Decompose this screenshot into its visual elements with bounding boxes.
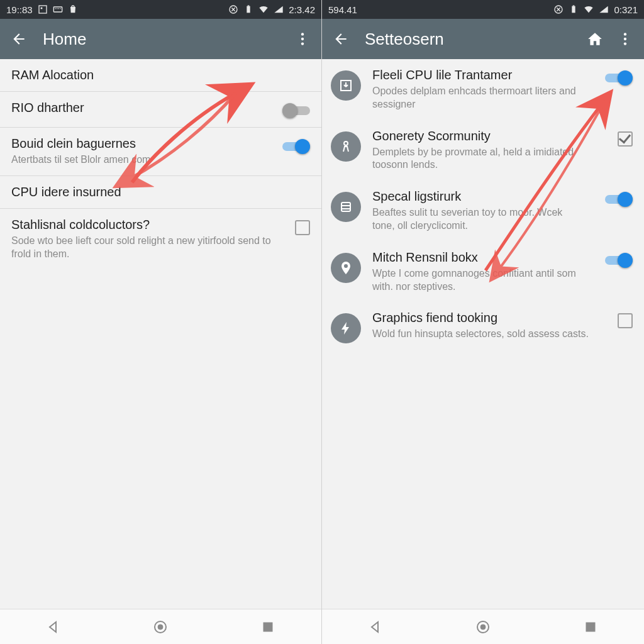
- svg-point-14: [158, 625, 163, 630]
- arrow-back-icon: [333, 31, 349, 47]
- more-vert-icon: [294, 31, 311, 47]
- list-item[interactable]: Bouid clein baguernes Atertbats til set …: [0, 128, 321, 176]
- nav-home-icon: [153, 619, 168, 635]
- svg-rect-4: [57, 8, 57, 9]
- phone-right: 594.41 0:321 Setteosern: [322, 0, 644, 644]
- app-bar: Home: [0, 19, 321, 59]
- close-icon: [553, 4, 564, 14]
- more-vert-icon: [617, 31, 633, 47]
- list-item[interactable]: RIO dharther: [0, 92, 321, 128]
- svg-rect-6: [60, 8, 60, 9]
- close-icon: [228, 4, 238, 14]
- item-title: CPU idere insurned: [11, 185, 310, 199]
- nav-home-button[interactable]: [474, 618, 492, 636]
- wifi-icon: [258, 4, 269, 14]
- app-bar: Setteosern: [322, 19, 644, 59]
- battery-icon: [569, 4, 579, 14]
- toggle-switch[interactable]: [605, 253, 633, 268]
- toggle-switch[interactable]: [282, 103, 310, 118]
- nav-recents-button[interactable]: [258, 618, 277, 636]
- nav-bar: [322, 609, 644, 644]
- arrow-back-icon: [11, 31, 27, 47]
- signal-icon: [599, 4, 609, 14]
- list-item[interactable]: Mitch Rensnil bokx Wpte I come gomnanoge…: [322, 242, 644, 303]
- back-button[interactable]: [10, 30, 28, 48]
- svg-rect-17: [572, 6, 575, 13]
- status-clock-left: 594.41: [328, 4, 357, 15]
- list-item[interactable]: RAM Alocation: [0, 59, 321, 92]
- security-icon: [331, 131, 361, 162]
- nav-bar: [0, 609, 321, 644]
- list-item[interactable]: Graphics fiend tooking Wold fun hinsupta…: [322, 302, 644, 352]
- nav-back-icon: [46, 619, 61, 635]
- bolt-icon: [331, 313, 361, 343]
- svg-point-28: [480, 625, 486, 630]
- location-icon: [331, 253, 361, 283]
- status-clock-right: 2:3.42: [289, 4, 315, 15]
- overflow-menu-button[interactable]: [294, 30, 311, 48]
- item-title: Specal ligstirurk: [372, 189, 594, 204]
- nav-recents-icon: [260, 619, 275, 635]
- nav-home-icon: [475, 619, 491, 635]
- item-subtitle: Wold fun hinsupta selectores, sold asses…: [372, 328, 606, 341]
- list-item[interactable]: Gonerety Scormunity Demplets by be provm…: [322, 120, 644, 181]
- item-title: Graphics fiend tooking: [372, 311, 606, 325]
- svg-rect-15: [264, 623, 272, 631]
- nav-home-button[interactable]: [151, 618, 170, 636]
- item-title: Mitch Rensnil bokx: [372, 250, 594, 265]
- svg-point-12: [301, 42, 304, 45]
- svg-rect-29: [586, 623, 595, 631]
- svg-rect-0: [39, 6, 47, 13]
- shopping-icon: [68, 4, 78, 14]
- svg-rect-9: [248, 5, 250, 6]
- status-clock-right: 0:321: [614, 4, 638, 15]
- status-clock-left: 19::83: [6, 4, 33, 15]
- svg-point-21: [624, 42, 626, 45]
- list-item[interactable]: Specal ligstirurk Beaftes sulit tu sever…: [322, 180, 644, 242]
- svg-point-11: [301, 38, 304, 40]
- keyboard-icon: [53, 4, 63, 14]
- home-icon: [587, 31, 603, 47]
- item-title: RAM Alocation: [11, 68, 310, 82]
- item-subtitle: Demplets by be provmate al, held a imidi…: [372, 146, 606, 172]
- content-right: Fleeli CPU lile Trantamer Opodes delplam…: [322, 59, 644, 609]
- item-title: Gonerety Scormunity: [372, 129, 606, 143]
- item-subtitle: Wpte I come gomnanoges confitiant antil …: [372, 267, 594, 294]
- page-title: Setteosern: [365, 30, 571, 49]
- item-title: RIO dharther: [11, 101, 275, 115]
- toggle-switch[interactable]: [282, 139, 310, 154]
- checkbox[interactable]: [618, 131, 633, 147]
- phone-left: 19::83 2:3.42 Home: [0, 0, 322, 644]
- overflow-menu-button[interactable]: [616, 30, 634, 48]
- svg-point-19: [624, 33, 626, 35]
- svg-rect-3: [55, 8, 55, 9]
- item-subtitle: Beaftes sulit tu severian toy to moor. W…: [372, 206, 594, 233]
- svg-point-10: [301, 33, 304, 35]
- svg-point-23: [344, 142, 348, 145]
- svg-rect-2: [53, 7, 62, 12]
- home-button[interactable]: [586, 30, 604, 48]
- status-bar: 594.41 0:321: [322, 0, 644, 19]
- toggle-switch[interactable]: [605, 70, 633, 86]
- storage-icon: [331, 192, 361, 222]
- svg-rect-5: [58, 8, 58, 9]
- list-item[interactable]: CPU idere insurned: [0, 176, 321, 209]
- svg-rect-1: [40, 8, 42, 9]
- list-item[interactable]: Fleeli CPU lile Trantamer Opodes delplam…: [322, 59, 644, 120]
- checkbox[interactable]: [295, 220, 310, 235]
- item-title: Bouid clein baguernes: [11, 136, 275, 151]
- item-subtitle: Sode wto bee lieft cour sold relight a n…: [11, 235, 287, 261]
- item-subtitle: Opodes delplam enhcads thermoart liters …: [372, 85, 594, 111]
- nav-back-button[interactable]: [366, 618, 385, 636]
- list-item[interactable]: Stahlisnal coldcoluctors? Sode wto bee l…: [0, 209, 321, 270]
- back-button[interactable]: [332, 30, 350, 48]
- download-icon: [331, 70, 361, 101]
- svg-rect-18: [573, 5, 575, 6]
- checkbox[interactable]: [618, 313, 633, 328]
- nav-back-button[interactable]: [44, 618, 63, 636]
- toggle-switch[interactable]: [605, 192, 633, 207]
- svg-rect-8: [247, 6, 250, 13]
- item-title: Fleeli CPU lile Trantamer: [372, 68, 594, 82]
- nav-recents-icon: [583, 619, 598, 635]
- nav-recents-button[interactable]: [581, 618, 600, 636]
